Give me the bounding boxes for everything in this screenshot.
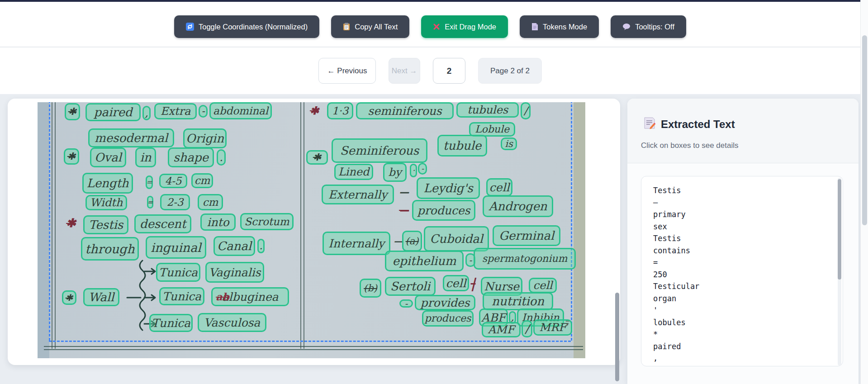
textbox-scrollbar-thumb[interactable] xyxy=(838,179,841,280)
ocr-word-box[interactable]: Testis xyxy=(83,215,128,234)
selection-dashed-left xyxy=(49,102,50,341)
ocr-word-box[interactable]: ✱ xyxy=(62,290,76,305)
red-x-icon xyxy=(433,23,440,30)
bottom-rule-line xyxy=(44,349,583,350)
panel-subtitle: Click on boxes to see details xyxy=(641,141,738,150)
ocr-word-box[interactable]: produces xyxy=(412,200,475,221)
ocr-word-box[interactable]: Externally xyxy=(322,185,394,204)
ocr-word-box[interactable]: . xyxy=(257,239,265,253)
bottom-rule-line xyxy=(44,346,583,347)
ocr-word-box[interactable]: descent xyxy=(134,214,191,233)
ocr-word-box[interactable]: Seminiferous xyxy=(332,138,427,163)
document-photo[interactable]: ✱paired,Extra-abdominalmesodermalOrigin✱… xyxy=(38,102,585,358)
ocr-word-box[interactable]: seminiferous xyxy=(356,102,454,119)
ocr-word-box[interactable]: cell xyxy=(443,275,469,291)
document-icon xyxy=(531,23,538,31)
ocr-word-box[interactable]: - xyxy=(399,299,413,308)
previous-page-button[interactable]: ← Previous xyxy=(318,58,376,84)
ocr-word-box[interactable]: Origin xyxy=(183,128,227,148)
ocr-word-box[interactable]: 2-3 xyxy=(160,194,190,210)
ocr-word-box[interactable]: into xyxy=(200,213,236,231)
ocr-word-box[interactable]: Scrotum xyxy=(240,213,294,230)
ocr-word-box[interactable]: , xyxy=(142,106,151,120)
ocr-word-box[interactable]: in xyxy=(135,147,156,167)
ocr-word-box[interactable]: Tunica xyxy=(156,263,200,282)
ocr-word-box[interactable]: epithelium xyxy=(385,251,464,271)
ocr-word-box[interactable]: Androgen xyxy=(483,195,553,217)
next-page-button[interactable]: Next → xyxy=(389,58,420,84)
ocr-word-box[interactable]: spermatogonium xyxy=(474,248,576,270)
ocr-word-box[interactable]: abdominal xyxy=(209,102,272,119)
ocr-word-box[interactable]: / xyxy=(521,102,531,119)
handwritten-mark: | xyxy=(471,272,475,295)
ocr-word-box[interactable]: (b) xyxy=(360,279,381,298)
ocr-word-box[interactable]: = xyxy=(147,196,153,209)
ocr-word-box[interactable]: = xyxy=(146,175,153,189)
ocr-word-box[interactable]: shape xyxy=(168,147,214,167)
ocr-word-box[interactable]: inguinal xyxy=(146,236,206,259)
ocr-word-box[interactable]: through xyxy=(81,237,139,261)
ocr-word-box[interactable]: Wall xyxy=(83,288,119,306)
ocr-word-box[interactable]: mesodermal xyxy=(88,128,174,147)
ocr-word-box[interactable]: Vaginalis xyxy=(205,262,264,283)
ocr-word-box[interactable]: Oval xyxy=(90,147,126,167)
page-scrollbar-thumb[interactable] xyxy=(862,35,867,225)
copy-all-text-button[interactable]: Copy All Text xyxy=(331,15,409,38)
tokens-mode-button[interactable]: Tokens Mode xyxy=(520,15,599,38)
ocr-word-box[interactable]: Width xyxy=(85,195,127,210)
page-number-input[interactable] xyxy=(433,58,465,84)
ocr-word-box[interactable]: 4-5 xyxy=(159,174,187,188)
ocr-word-box[interactable]: - xyxy=(418,163,427,175)
ocr-word-box[interactable]: ✱ xyxy=(65,103,80,120)
ocr-word-box[interactable]: Lined xyxy=(334,164,373,180)
ocr-word-box[interactable]: Vasculosa xyxy=(198,313,266,332)
ocr-word-box[interactable]: tubules xyxy=(456,102,519,118)
ocr-word-box[interactable]: provides xyxy=(415,295,475,310)
extracted-text-box[interactable]: Testis–primarysexTestiscontains=250Testi… xyxy=(641,176,843,366)
handwritten-mark: ✱ xyxy=(63,215,79,231)
extracted-text-line: * xyxy=(653,328,699,341)
ocr-word-box[interactable]: cm xyxy=(191,173,213,188)
ocr-word-box[interactable]: Canal xyxy=(213,236,255,256)
ocr-word-box[interactable]: produces xyxy=(422,310,474,327)
ocr-word-box[interactable]: Tunica xyxy=(149,314,193,332)
page-scrollbar[interactable] xyxy=(860,0,868,384)
ocr-word-box[interactable]: cell xyxy=(529,278,557,293)
ocr-word-box[interactable]: Germinal xyxy=(493,225,560,246)
ocr-word-box[interactable]: · xyxy=(410,164,417,177)
ocr-word-box[interactable]: / xyxy=(522,320,532,337)
ocr-word-box[interactable]: Tunica xyxy=(159,287,204,305)
ocr-word-box[interactable]: MRF xyxy=(533,319,572,336)
ocr-word-box[interactable]: AMF xyxy=(482,322,521,337)
ocr-word-box[interactable]: ✱ xyxy=(64,148,79,165)
ocr-word-box[interactable]: ✱ xyxy=(306,150,328,165)
extracted-text-lines: Testis–primarysexTestiscontains=250Testi… xyxy=(653,185,699,365)
toggle-coordinates-normalized-button[interactable]: Toggle Coordinates (Normalized) xyxy=(174,15,319,38)
button-label: Tooltips: Off xyxy=(635,23,674,31)
ocr-word-box[interactable]: . xyxy=(217,149,226,166)
handwritten-mark: ab xyxy=(215,290,230,303)
ocr-word-box[interactable]: Extra xyxy=(154,103,197,119)
panel-title-text: Extracted Text xyxy=(661,118,735,131)
ocr-word-box[interactable]: Leydig's xyxy=(417,177,480,199)
photo-left-margin xyxy=(38,102,49,358)
ocr-word-box[interactable]: is xyxy=(501,137,517,150)
ocr-word-box[interactable]: Length xyxy=(82,173,133,194)
ocr-word-box[interactable]: tubule xyxy=(437,135,487,156)
ocr-word-box[interactable]: paired xyxy=(85,103,141,121)
ocr-word-box[interactable]: 1·3 xyxy=(327,102,353,119)
ocr-word-box[interactable]: Internally xyxy=(323,232,390,255)
content-scrollbar-thumb[interactable] xyxy=(615,293,619,381)
extracted-text-panel: Extracted Text Click on boxes to see det… xyxy=(627,99,859,384)
selection-dashed-bottom xyxy=(49,341,571,342)
extracted-text-line: primary xyxy=(653,209,699,221)
tooltips-off-button[interactable]: Tooltips: Off xyxy=(611,15,686,38)
ocr-word-box[interactable]: Sertoli xyxy=(385,277,436,296)
ocr-word-box[interactable]: (a) xyxy=(402,231,422,251)
ocr-word-box[interactable]: cm xyxy=(198,194,223,210)
ocr-word-box[interactable]: nutrition xyxy=(483,292,553,310)
ocr-word-box[interactable]: - xyxy=(199,105,208,118)
ocr-word-box[interactable]: by xyxy=(383,163,407,182)
exit-drag-mode-button[interactable]: Exit Drag Mode xyxy=(421,15,508,38)
ocr-word-box[interactable]: cell xyxy=(486,178,512,196)
